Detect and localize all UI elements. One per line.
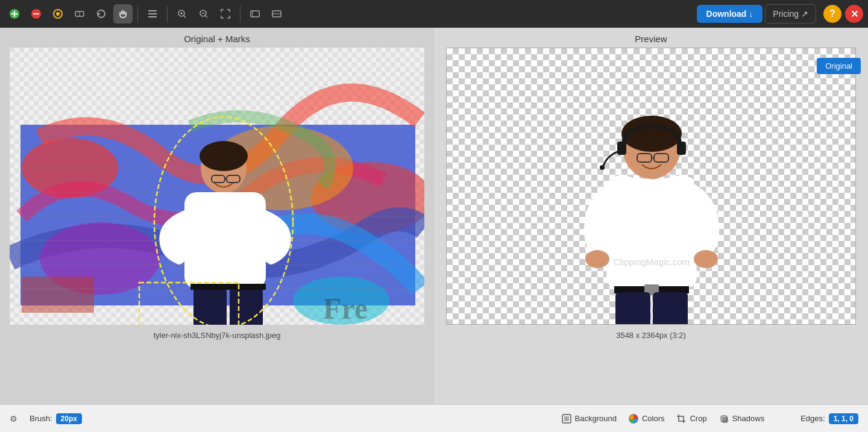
- bottom-toolbar: ⚙ Brush: 20px Background Colors Crop Sha…: [0, 404, 868, 432]
- crop-label: Crop: [690, 414, 706, 423]
- background-item[interactable]: Background: [562, 414, 617, 424]
- edges-label: Edges:: [800, 414, 825, 423]
- brush-label: Brush:: [30, 414, 52, 423]
- top-right-icons: ? ✕: [823, 5, 863, 23]
- question-icon: ?: [829, 8, 835, 19]
- edges-item: Edges: 1, 1, 0: [800, 413, 858, 424]
- background-label: Background: [575, 414, 617, 423]
- svg-line-13: [184, 16, 186, 18]
- svg-rect-76: [722, 417, 728, 423]
- download-button[interactable]: Download ↓: [697, 5, 763, 23]
- eraser-button[interactable]: [70, 4, 89, 23]
- menu-button[interactable]: [143, 4, 162, 23]
- preview-title: Preview: [635, 28, 667, 48]
- right-panel: Preview: [434, 28, 868, 404]
- svg-point-6: [56, 12, 60, 16]
- filename: tyler-nix-sh3LSNbyj7k-unsplash.jpeg: [154, 325, 281, 343]
- pricing-button[interactable]: Pricing ↗: [765, 4, 816, 23]
- svg-rect-69: [615, 292, 650, 325]
- svg-point-66: [694, 250, 718, 268]
- svg-rect-37: [22, 277, 94, 313]
- colors-item[interactable]: Colors: [629, 414, 665, 424]
- svg-point-64: [600, 165, 605, 170]
- svg-text:ClippingMagic.com: ClippingMagic.com: [614, 257, 690, 267]
- text-button-1[interactable]: [245, 4, 265, 23]
- zoom-in-button[interactable]: [172, 4, 192, 23]
- close-icon: ✕: [851, 8, 858, 20]
- svg-rect-11: [148, 16, 157, 17]
- settings-icon: ⚙: [10, 414, 17, 424]
- close-button[interactable]: ✕: [845, 5, 863, 23]
- graffiti-background: Fre: [10, 48, 424, 325]
- svg-text:Fre: Fre: [323, 292, 368, 325]
- separator-1: [137, 5, 138, 22]
- settings-item[interactable]: ⚙: [10, 414, 17, 424]
- fit-button[interactable]: [216, 4, 235, 23]
- crop-icon: [676, 414, 686, 424]
- hand-tool-button[interactable]: [113, 4, 133, 23]
- restore-button[interactable]: [92, 4, 111, 23]
- remove-button[interactable]: [27, 4, 46, 23]
- top-toolbar: Download ↓ Pricing ↗ ? ✕: [0, 0, 868, 28]
- crop-item[interactable]: Crop: [676, 414, 706, 424]
- svg-rect-10: [148, 13, 157, 14]
- add-button[interactable]: [5, 4, 24, 23]
- svg-rect-70: [653, 292, 688, 325]
- separator-3: [240, 5, 241, 22]
- brush-tool-button[interactable]: [48, 4, 68, 23]
- svg-rect-73: [564, 416, 569, 421]
- svg-rect-51: [193, 286, 227, 325]
- shadows-icon: [719, 414, 729, 424]
- svg-rect-19: [251, 11, 259, 17]
- preview-canvas[interactable]: ClippingMagic.com: [446, 48, 856, 325]
- svg-line-17: [206, 16, 208, 18]
- svg-point-46: [200, 141, 248, 171]
- preview-image: ClippingMagic.com: [447, 48, 856, 325]
- background-icon: [562, 414, 571, 424]
- edges-value[interactable]: 1, 1, 0: [829, 413, 858, 424]
- separator-2: [167, 5, 168, 22]
- zoom-out-button[interactable]: [194, 4, 213, 23]
- svg-rect-47: [184, 192, 266, 289]
- brush-item: Brush: 20px: [30, 413, 82, 424]
- left-panel: Original + Marks: [0, 28, 434, 404]
- svg-rect-53: [190, 284, 266, 290]
- text-button-2[interactable]: [267, 4, 286, 23]
- download-label: Download ↓: [706, 9, 753, 19]
- colors-label: Colors: [642, 414, 665, 423]
- svg-point-65: [585, 250, 609, 268]
- original-label: Original: [825, 61, 852, 70]
- svg-rect-62: [617, 142, 626, 155]
- colors-icon: [629, 414, 638, 424]
- main-area: Original + Marks: [0, 28, 868, 404]
- svg-rect-52: [230, 286, 263, 325]
- shadows-label: Shadows: [732, 414, 764, 423]
- pricing-label: Pricing ↗: [773, 9, 808, 19]
- svg-rect-63: [677, 142, 686, 155]
- dimensions: 3548 x 2364px (3:2): [616, 325, 686, 342]
- brush-value[interactable]: 20px: [56, 413, 82, 424]
- shadows-item[interactable]: Shadows: [719, 414, 764, 424]
- left-canvas[interactable]: Fre: [10, 48, 424, 325]
- svg-point-58: [621, 116, 682, 152]
- original-button[interactable]: Original: [817, 58, 861, 74]
- svg-rect-9: [148, 10, 157, 11]
- help-button[interactable]: ?: [823, 5, 841, 23]
- left-panel-title: Original + Marks: [184, 28, 250, 48]
